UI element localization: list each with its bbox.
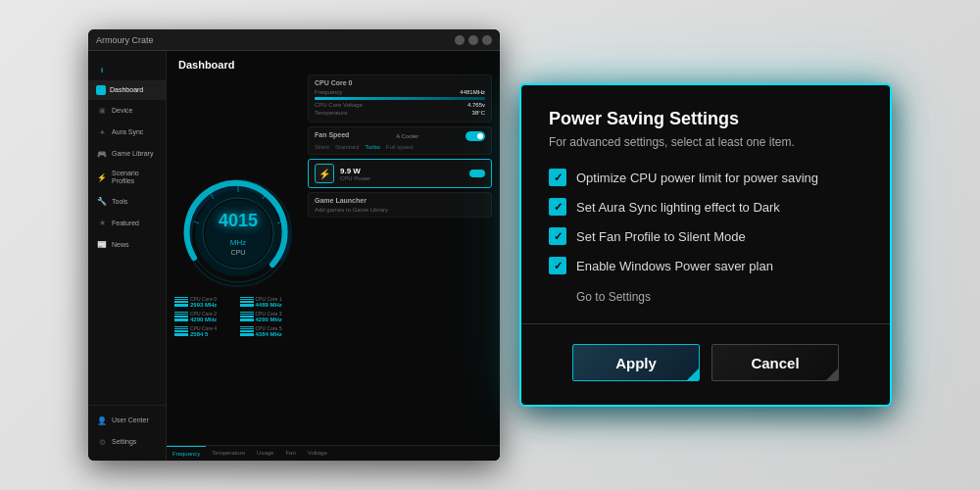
- freq-value: 4481MHz: [460, 89, 485, 95]
- core-bar-icon-2: [174, 312, 188, 321]
- core-item-3: CPU Core 3 4290 MHz: [240, 311, 303, 322]
- fan-preset-silent[interactable]: Silent: [315, 144, 329, 150]
- core-info-4: CPU Core 4 2584 5: [190, 325, 217, 337]
- sidebar-item-aura-sync[interactable]: ✦ Aura Sync: [88, 122, 166, 143]
- checkbox-item-aura[interactable]: Set Aura Sync lighting effect to Dark: [549, 198, 862, 216]
- checkbox-windows[interactable]: [549, 257, 566, 274]
- sidebar-item-scenario[interactable]: ⚡ Scenario Profiles: [88, 165, 166, 191]
- close-button[interactable]: [482, 35, 492, 45]
- minimize-button[interactable]: [455, 35, 465, 45]
- sidebar-label-tools: Tools: [112, 198, 127, 206]
- sidebar-label-settings: Settings: [112, 438, 136, 446]
- fan-preset-standard[interactable]: Standard: [335, 144, 359, 150]
- power-watts: 9.9 W: [340, 167, 370, 175]
- dashboard-icon: [96, 85, 106, 95]
- tab-voltage[interactable]: Voltage: [302, 446, 333, 461]
- power-saving-card: ⚡ 9.9 W CPU Power: [308, 159, 492, 188]
- main-container: Armoury Crate i Dashboard ▣ Device: [0, 0, 980, 490]
- core-item-0: CPU Core 0 2993 MHz: [174, 296, 237, 308]
- cpu-core0-card: CPU Core 0 Frequency 4481MHz CPU Core Vo…: [308, 74, 492, 122]
- core-mhz-1: 4489 MHz: [256, 302, 282, 308]
- sidebar-item-user-center[interactable]: 👤 User Center: [88, 410, 166, 431]
- aura-icon: ✦: [96, 126, 108, 138]
- sidebar-item-news[interactable]: 📰 News: [88, 234, 166, 256]
- checkbox-item-windows[interactable]: Enable Windows Power saver plan: [549, 257, 862, 274]
- core-info-0: CPU Core 0 2993 MHz: [190, 296, 217, 308]
- info-icon: i: [96, 64, 108, 75]
- core-info-1: CPU Core 1 4489 MHz: [256, 296, 282, 308]
- sidebar-label-dashboard: Dashboard: [110, 86, 143, 94]
- right-panel: CPU Core 0 Frequency 4481MHz CPU Core Vo…: [308, 74, 492, 441]
- goto-settings-link[interactable]: Go to Settings: [576, 290, 862, 304]
- dialog-divider: [521, 323, 890, 324]
- core-item-1: CPU Core 1 4489 MHz: [240, 296, 303, 308]
- power-info: 9.9 W CPU Power: [340, 167, 370, 181]
- checkbox-item-cpu[interactable]: Optimize CPU power limit for power savin…: [549, 169, 862, 186]
- fan-preset-full[interactable]: Full speed: [386, 144, 414, 150]
- checkbox-item-fan[interactable]: Set Fan Profile to Silent Mode: [549, 227, 862, 245]
- game-launcher-card: Game Launcher Add games to Game Library: [308, 192, 492, 218]
- tab-fan[interactable]: Fan: [279, 446, 301, 461]
- fan-preset-turbo[interactable]: Turbo: [365, 144, 379, 150]
- core-bar-icon-0: [174, 297, 188, 307]
- sidebar-label-scenario: Scenario Profiles: [112, 170, 158, 186]
- sidebar-label-device: Device: [112, 107, 132, 115]
- speedometer: 4015 MHz CPU: [179, 174, 297, 292]
- dialog-subtitle: For advanced settings, select at least o…: [549, 135, 862, 149]
- sidebar-item-game-library[interactable]: 🎮 Game Library: [88, 143, 166, 165]
- power-icon: ⚡: [315, 164, 334, 183]
- sidebar-item-featured[interactable]: ★ Featured: [88, 213, 166, 234]
- dialog-content: Power Saving Settings For advanced setti…: [521, 85, 890, 405]
- sidebar-divider: [88, 405, 166, 406]
- checkbox-label-fan: Set Fan Profile to Silent Mode: [576, 229, 746, 244]
- checkbox-aura[interactable]: [549, 198, 566, 216]
- freq-label: Frequency: [315, 89, 342, 95]
- featured-icon: ★: [96, 218, 108, 229]
- sidebar-item-tools[interactable]: 🔧 Tools: [88, 191, 166, 213]
- speedo-number: 4015: [219, 211, 258, 231]
- sidebar-item-settings[interactable]: ⚙ Settings: [88, 431, 166, 453]
- settings-icon: ⚙: [96, 436, 108, 448]
- core-stats: CPU Core 0 2993 MHz CPU Core 1: [174, 292, 302, 341]
- checkbox-cpu[interactable]: [549, 169, 566, 186]
- game-launcher-subtitle: Add games to Game Library: [315, 207, 485, 213]
- temp-row: Temperature 38°C: [315, 110, 485, 116]
- sidebar-item-device[interactable]: ▣ Device: [88, 100, 166, 122]
- game-launcher-title: Game Launcher: [315, 197, 485, 204]
- fan-presets: Silent Standard Turbo Full speed: [315, 144, 485, 150]
- tools-icon: 🔧: [96, 196, 108, 208]
- power-saving-dialog: Power Saving Settings For advanced setti…: [519, 83, 892, 407]
- tab-frequency[interactable]: Frequency: [167, 446, 206, 461]
- fan-title: Fan Speed: [315, 131, 349, 138]
- fan-toggle-switch[interactable]: [466, 131, 485, 141]
- tab-usage[interactable]: Usage: [251, 446, 279, 461]
- checkbox-label-windows: Enable Windows Power saver plan: [576, 259, 773, 273]
- power-saving-toggle[interactable]: [469, 170, 485, 177]
- freq-line: [315, 97, 485, 100]
- fan-toggle: Fan Speed A Cooler: [315, 131, 485, 141]
- bottom-tabs: Frequency Temperature Usage Fan Voltage: [167, 445, 500, 461]
- tab-temperature[interactable]: Temperature: [206, 446, 251, 461]
- core-mhz-5: 4384 MHz: [256, 331, 282, 337]
- sidebar-label-aura: Aura Sync: [112, 128, 143, 136]
- game-icon: 🎮: [96, 148, 108, 160]
- sidebar-item-dashboard[interactable]: Dashboard: [88, 80, 166, 100]
- checkbox-label-cpu: Optimize CPU power limit for power savin…: [576, 171, 818, 185]
- app-body: i Dashboard ▣ Device ✦ Aura Sync 🎮 Game …: [88, 51, 500, 461]
- voltage-label: CPU Core Voltage: [315, 102, 363, 108]
- core-info-5: CPU Core 5 4384 MHz: [256, 325, 282, 337]
- device-icon: ▣: [96, 105, 108, 117]
- temp-value: 38°C: [472, 110, 485, 116]
- sidebar: i Dashboard ▣ Device ✦ Aura Sync 🎮 Game …: [88, 51, 167, 461]
- fan-subtitle: A Cooler: [396, 133, 418, 139]
- dialog-buttons: Apply Cancel: [549, 344, 862, 381]
- sidebar-label-news: News: [112, 241, 129, 249]
- checkbox-fan[interactable]: [549, 227, 566, 245]
- cancel-button[interactable]: Cancel: [711, 344, 839, 381]
- core-mhz-3: 4290 MHz: [256, 317, 282, 322]
- maximize-button[interactable]: [468, 35, 478, 45]
- page-title: Dashboard: [167, 51, 500, 74]
- core-bar-icon-1: [240, 297, 254, 307]
- apply-button[interactable]: Apply: [572, 344, 700, 381]
- title-bar: Armoury Crate: [88, 29, 500, 51]
